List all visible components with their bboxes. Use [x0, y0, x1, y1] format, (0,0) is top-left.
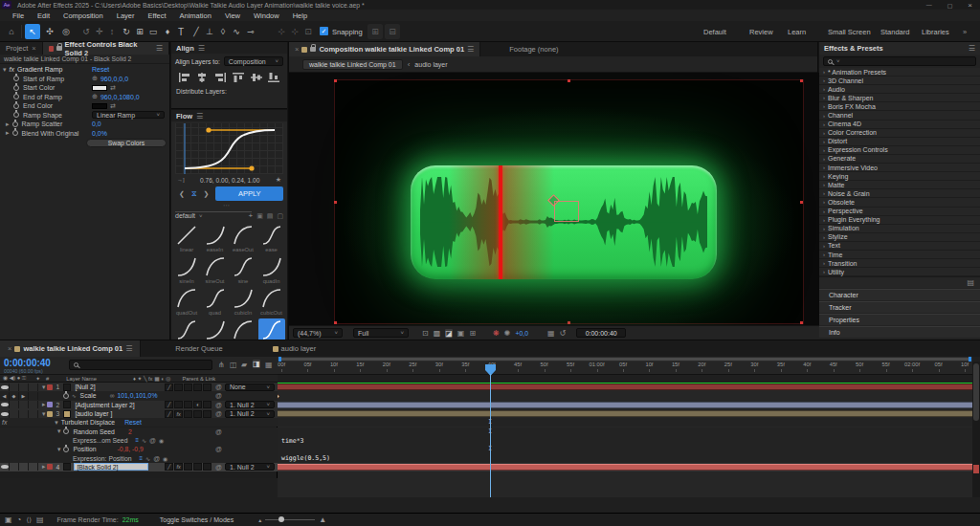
graph-editor-icon[interactable]: ▦ [265, 361, 273, 369]
snapping-checkbox[interactable]: ✓ [320, 27, 328, 35]
flow-preset-cell-12[interactable] [173, 318, 200, 340]
tab-timeline-comp[interactable]: × walkie talkie Linked Comp 01 ☰ [0, 340, 141, 357]
panel-header-properties[interactable]: Properties [819, 314, 980, 325]
show-snapshot-icon[interactable]: ↺ [559, 329, 566, 338]
ramp-shape-dropdown[interactable]: Linear Ramp˅ [92, 111, 165, 119]
twirl-icon[interactable]: ▾ [3, 66, 7, 74]
frame-render-value[interactable]: 22ms [122, 516, 139, 523]
pickwhip-icon[interactable]: @ [215, 428, 222, 435]
playhead-line[interactable] [490, 383, 491, 497]
layer-bar-null[interactable] [278, 384, 972, 390]
twirl-icon[interactable]: ▾ [42, 410, 45, 418]
panel-menu-icon[interactable]: ☰ [196, 112, 203, 121]
twirl-icon[interactable]: ▸ [42, 463, 45, 471]
stopwatch-icon[interactable] [63, 393, 69, 399]
workspace-standard[interactable]: Standard [880, 21, 909, 42]
flow-preset-quad[interactable]: quad [202, 287, 229, 318]
stopwatch-icon[interactable] [12, 121, 18, 127]
region-of-interest-icon[interactable]: ▣ [457, 329, 465, 338]
frame-blend-icon[interactable]: ▰ [241, 361, 247, 369]
flow-next-icon[interactable]: ❯ [204, 190, 210, 198]
status-icon-2[interactable]: ◔ [17, 515, 22, 524]
twirl-icon[interactable]: ▸ [42, 401, 45, 408]
link-dimensions-icon[interactable]: ∞ [110, 392, 115, 399]
dolly-camera-tool-icon[interactable]: ↕ [104, 24, 120, 39]
add-preset-icon[interactable]: + [248, 211, 253, 220]
zoom-tool-icon[interactable]: ◎ [58, 24, 74, 39]
pickwhip-icon[interactable]: @ [215, 410, 222, 417]
workspace-small-screen[interactable]: Small Screen [828, 21, 871, 42]
effects-category[interactable]: ›Text [819, 242, 980, 251]
align-v-center-icon[interactable] [249, 71, 263, 83]
expression-graph-icon[interactable]: ∿ [145, 455, 150, 462]
eye-icon[interactable] [1, 385, 9, 389]
stopwatch-icon[interactable] [12, 130, 18, 136]
effect-name[interactable]: Gradient Ramp [17, 66, 62, 73]
zoom-out-mountain-icon[interactable]: ▴ [258, 516, 261, 523]
channel-icon[interactable]: ❋ [493, 329, 500, 338]
maximize-button[interactable]: ▢ [947, 2, 953, 9]
stopwatch-icon[interactable] [63, 447, 69, 452]
workspace-libraries[interactable]: Libraries [922, 21, 949, 42]
snap-option-2-icon[interactable]: ⊟ [385, 24, 400, 39]
expression-language-icon[interactable]: ◉ [159, 437, 164, 444]
effects-category[interactable]: ›Stylize [819, 233, 980, 242]
pickwhip-icon[interactable]: @ [215, 384, 222, 390]
tab-audio-layer[interactable]: audio layer [267, 340, 323, 357]
layer-bar-black-solid[interactable] [278, 464, 972, 471]
kf-prev-icon[interactable]: ◀ [0, 392, 10, 400]
position-value[interactable]: -0,8, -0,9 [118, 446, 212, 452]
effects-category[interactable]: ›Cinema 4D [819, 121, 980, 129]
menu-edit[interactable]: Edit [31, 11, 56, 20]
mini-flowchart-icon[interactable]: ⋔ [218, 361, 225, 369]
layer-name[interactable]: [Adjustment Layer 2] [75, 402, 165, 408]
timeline-zoom-slider[interactable] [265, 519, 315, 520]
menu-help[interactable]: Help [286, 11, 314, 20]
menu-layer[interactable]: Layer [110, 11, 142, 20]
align-right-icon[interactable] [213, 71, 228, 83]
snap-option-1-icon[interactable]: ⊞ [368, 24, 383, 39]
flow-preset-cell-15[interactable] [258, 318, 285, 340]
expression-pickwhip-icon[interactable]: @ [149, 437, 156, 444]
panel-menu-icon[interactable]: ☰ [969, 44, 975, 53]
expression-pickwhip-icon[interactable]: @ [153, 455, 160, 462]
eye-icon[interactable] [1, 465, 9, 469]
quality-switch[interactable]: ╱ [165, 384, 173, 391]
grid-options-icon[interactable]: ⊡ [422, 329, 429, 338]
layer-handle[interactable] [568, 79, 570, 82]
hand-tool-icon[interactable]: ✣ [42, 24, 57, 39]
status-icon-1[interactable]: ▣ [5, 515, 12, 524]
stopwatch-icon[interactable] [13, 94, 19, 99]
resolution-dropdown[interactable]: Full˅ [353, 328, 409, 338]
label-chip[interactable] [47, 411, 53, 417]
effects-category[interactable]: ›Channel [819, 111, 980, 120]
menu-effect[interactable]: Effect [141, 11, 172, 20]
flow-preset-cubicOut[interactable]: cubicOut [258, 287, 285, 318]
status-icon-3[interactable]: ⟨⟩ [26, 516, 31, 524]
effects-category[interactable]: ›* Animation Presets [819, 68, 980, 77]
kf-next-icon[interactable]: ▶ [19, 392, 29, 400]
align-target-dropdown[interactable]: Composition˅ [224, 56, 283, 66]
flow-preset-easeIn[interactable]: easeIn [202, 224, 229, 254]
keyframe-icon[interactable]: ◆ [278, 392, 279, 399]
start-color-swatch[interactable] [92, 85, 107, 91]
flow-preset-linear[interactable]: linear [173, 224, 200, 254]
menu-composition[interactable]: Composition [56, 11, 110, 20]
parent-dropdown[interactable]: None˅ [225, 384, 275, 391]
layer-bar-audio[interactable] [278, 410, 972, 417]
panel-menu-icon[interactable]: ☰ [125, 344, 132, 353]
flow-preset-group[interactable]: default [175, 212, 195, 219]
parent-dropdown[interactable]: 1. Null 2˅ [225, 410, 275, 418]
stopwatch-icon[interactable] [13, 85, 19, 91]
workspace-default[interactable]: Default [703, 21, 726, 42]
close-button[interactable]: × [968, 1, 972, 10]
effects-category[interactable]: ›Matte [819, 181, 980, 189]
status-icon-4[interactable]: ▤ [36, 515, 44, 524]
snapshot-camera-icon[interactable]: ▦ [547, 329, 555, 338]
playhead-head-icon[interactable] [485, 362, 496, 374]
layer-handle[interactable] [800, 79, 803, 82]
fx-switch[interactable] [174, 384, 183, 391]
effects-category[interactable]: ›Transition [819, 259, 980, 268]
effects-category[interactable]: ›Expression Controls [819, 146, 980, 155]
chevron-down-icon[interactable]: ˅ [199, 213, 203, 219]
